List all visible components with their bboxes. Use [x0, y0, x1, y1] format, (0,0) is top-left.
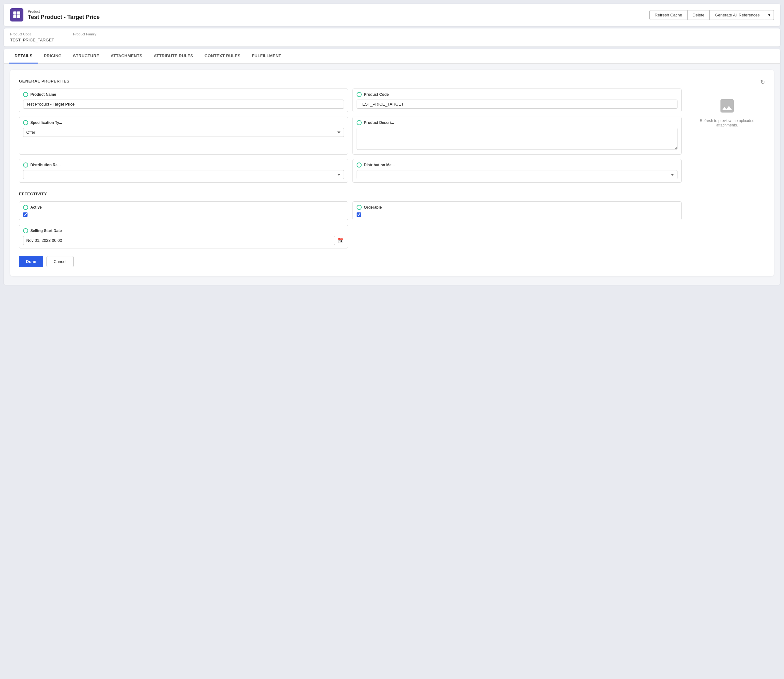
selling-start-date-label-row: Selling Start Date: [23, 228, 344, 233]
product-code-label: Product Code: [364, 92, 389, 97]
active-field: Active: [19, 201, 348, 220]
svg-rect-1: [17, 11, 20, 14]
active-indicator: [23, 205, 28, 210]
form-card: GENERAL PROPERTIES Product Name: [10, 70, 774, 276]
general-properties-title: GENERAL PROPERTIES: [19, 79, 682, 83]
specification-type-label: Specification Ty...: [30, 120, 62, 125]
general-properties-grid: Product Name Product Code: [19, 89, 682, 183]
effectivity-grid: Active Orderable: [19, 201, 682, 249]
attachment-preview: Refresh to preview the uploaded attachme…: [689, 91, 765, 134]
tab-details[interactable]: DETAILS: [9, 49, 38, 64]
header-left: Product Test Product - Target Price: [10, 8, 100, 22]
tab-context-rules[interactable]: CONTEXT RULES: [199, 49, 246, 64]
distribution-re-select[interactable]: [23, 170, 344, 179]
tab-attribute-rules[interactable]: ATTRIBUTE RULES: [148, 49, 199, 64]
product-name-indicator: [23, 92, 28, 97]
specification-type-select[interactable]: Offer: [23, 128, 344, 137]
specification-type-field: Specification Ty... Offer: [19, 117, 348, 155]
tab-pricing[interactable]: PRICING: [38, 49, 67, 64]
meta-product-code: Product Code TEST_PRICE_TARGET: [10, 32, 54, 43]
active-label-row: Active: [23, 205, 344, 210]
generate-all-references-button[interactable]: Generate All References: [709, 10, 765, 20]
svg-rect-0: [13, 11, 16, 14]
svg-rect-2: [13, 15, 16, 18]
tabs-bar: DETAILS PRICING STRUCTURE ATTACHMENTS AT…: [4, 49, 780, 64]
orderable-label-row: Orderable: [357, 205, 678, 210]
header-title: Test Product - Target Price: [28, 14, 100, 20]
svg-rect-3: [17, 15, 20, 18]
meta-product-family: Product Family: [73, 32, 96, 43]
product-code-input[interactable]: [357, 100, 678, 109]
product-code-value: TEST_PRICE_TARGET: [10, 38, 54, 42]
orderable-checkbox[interactable]: [357, 213, 361, 217]
attachment-refresh-button[interactable]: ↻: [760, 79, 765, 86]
meta-row: Product Code TEST_PRICE_TARGET Product F…: [4, 28, 780, 47]
attachment-panel: ↻ Refresh to preview the uploaded attach…: [689, 79, 765, 267]
distribution-re-field: Distribution Re...: [19, 159, 348, 183]
header-actions: Refresh Cache Delete Generate All Refere…: [649, 10, 774, 20]
selling-start-date-input[interactable]: [23, 236, 335, 245]
active-checkbox-field: [23, 213, 344, 217]
orderable-checkbox-field: [357, 213, 678, 217]
calendar-icon[interactable]: 📅: [338, 238, 344, 243]
distribution-me-field: Distribution Me...: [352, 159, 682, 183]
distribution-me-label: Distribution Me...: [364, 163, 394, 167]
cancel-button[interactable]: Cancel: [47, 256, 74, 267]
effectivity-title: EFFECTIVITY: [19, 192, 682, 196]
tab-structure[interactable]: STRUCTURE: [67, 49, 105, 64]
product-icon: [10, 8, 23, 22]
product-description-field: Product Descri...: [352, 117, 682, 155]
product-code-field: Product Code: [352, 89, 682, 112]
selling-start-date-label: Selling Start Date: [30, 228, 62, 233]
orderable-indicator: [357, 205, 361, 210]
header-subtitle: Product: [28, 9, 100, 13]
product-name-input[interactable]: [23, 100, 344, 109]
header-title-group: Product Test Product - Target Price: [28, 9, 100, 20]
refresh-cache-button[interactable]: Refresh Cache: [649, 10, 688, 20]
specification-type-indicator: [23, 120, 28, 125]
tabs-container: DETAILS PRICING STRUCTURE ATTACHMENTS AT…: [4, 49, 780, 285]
attachment-preview-text: Refresh to preview the uploaded attachme…: [695, 119, 759, 127]
specification-type-label-row: Specification Ty...: [23, 120, 344, 125]
image-placeholder-icon: [718, 97, 736, 115]
form-actions: Done Cancel: [19, 256, 682, 267]
product-family-label: Product Family: [73, 32, 96, 36]
product-description-indicator: [357, 120, 361, 125]
product-code-label: Product Code: [10, 32, 54, 36]
form-main: GENERAL PROPERTIES Product Name: [19, 79, 682, 267]
orderable-field: Orderable: [352, 201, 682, 220]
product-description-label: Product Descri...: [364, 120, 394, 125]
distribution-re-indicator: [23, 163, 28, 167]
done-button[interactable]: Done: [19, 256, 43, 267]
selling-start-date-field: Selling Start Date 📅: [19, 225, 348, 249]
selling-start-date-indicator: [23, 228, 28, 233]
tab-fulfillment[interactable]: FULFILLMENT: [246, 49, 287, 64]
delete-button[interactable]: Delete: [688, 10, 710, 20]
distribution-me-indicator: [357, 163, 361, 167]
tab-attachments[interactable]: ATTACHMENTS: [105, 49, 148, 64]
page-header: Product Test Product - Target Price Refr…: [4, 4, 780, 26]
active-checkbox[interactable]: [23, 213, 28, 217]
distribution-re-label-row: Distribution Re...: [23, 163, 344, 167]
product-description-textarea[interactable]: [357, 128, 678, 150]
product-description-label-row: Product Descri...: [357, 120, 678, 125]
dropdown-button[interactable]: ▾: [765, 10, 774, 20]
distribution-re-label: Distribution Re...: [30, 163, 61, 167]
distribution-me-label-row: Distribution Me...: [357, 163, 678, 167]
product-name-field: Product Name: [19, 89, 348, 112]
orderable-label: Orderable: [364, 205, 382, 210]
product-code-label-row: Product Code: [357, 92, 678, 97]
distribution-me-select[interactable]: [357, 170, 678, 179]
product-code-indicator: [357, 92, 361, 97]
product-name-label-row: Product Name: [23, 92, 344, 97]
product-name-label: Product Name: [30, 92, 56, 97]
active-label: Active: [30, 205, 42, 210]
tab-content-details: GENERAL PROPERTIES Product Name: [4, 64, 780, 285]
